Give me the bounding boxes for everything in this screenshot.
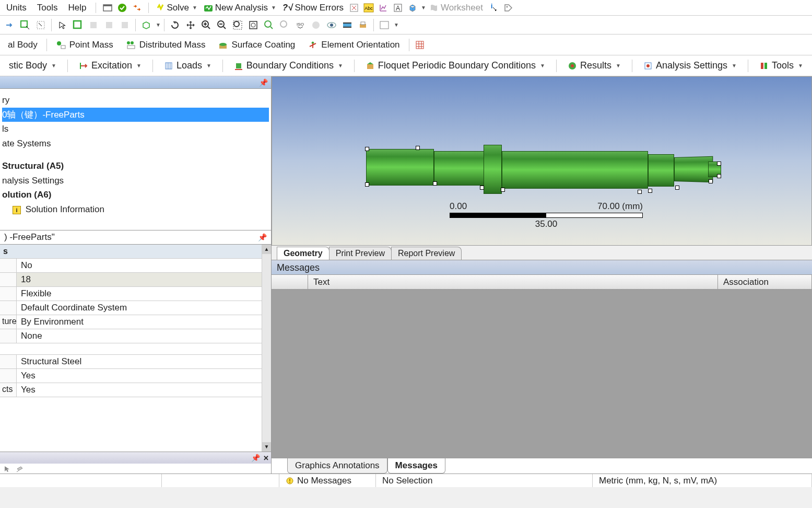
abc-icon[interactable]: Abc — [361, 1, 376, 15]
point-mass-button[interactable]: Point Mass — [50, 37, 119, 53]
svg-rect-42 — [416, 41, 423, 49]
tree-item[interactable]: ry — [2, 93, 269, 108]
3d-viewport[interactable]: 0.00 70.00 (mm) 35.00 — [272, 76, 812, 246]
chevron-down-icon[interactable]: ▼ — [421, 5, 426, 10]
cube-icon[interactable] — [405, 1, 420, 15]
pointer-icon[interactable] — [55, 18, 69, 32]
pin-icon[interactable]: 📌 — [251, 454, 260, 462]
prop-row[interactable]: Structural Steel — [0, 355, 271, 369]
bc-dropdown[interactable]: Boundary Conditions ▼ — [227, 56, 350, 75]
tree-item-solution-info[interactable]: i Solution Information — [2, 202, 269, 217]
tag-icon[interactable] — [501, 1, 515, 15]
results-dropdown[interactable]: Results ▼ — [561, 56, 628, 75]
tree-item[interactable]: ls — [2, 122, 269, 136]
arrows-icon[interactable] — [130, 1, 144, 15]
film-icon[interactable] — [340, 18, 355, 32]
prop-row[interactable]: tureBy Environment — [0, 315, 271, 329]
tree-item-solution[interactable]: olution (A6) — [2, 188, 269, 202]
arrow-icon[interactable] — [2, 18, 17, 32]
point-mass-label: Point Mass — [69, 40, 113, 50]
dist-mass-button[interactable]: Distributed Mass — [120, 37, 211, 53]
svg-rect-30 — [343, 22, 351, 24]
messages-body[interactable] — [272, 290, 812, 458]
prop-row[interactable]: None — [0, 329, 271, 343]
pan-icon[interactable] — [183, 18, 198, 32]
cursor-icon[interactable] — [3, 465, 10, 472]
tool-icon-1[interactable] — [347, 1, 361, 15]
elem-orient-button[interactable]: Element Orientation — [302, 37, 405, 53]
window-icon[interactable] — [100, 1, 115, 15]
menu-units[interactable]: Units — [1, 1, 32, 15]
prop-row[interactable]: 18 — [0, 273, 271, 287]
chart-icon[interactable] — [376, 1, 391, 15]
new-analysis-button[interactable]: New Analysis ▼ — [201, 2, 279, 14]
tab-geometry[interactable]: Geometry — [277, 247, 329, 260]
iso-icon[interactable]: ISO — [293, 18, 308, 32]
tree-item-structural[interactable]: Structural (A5) — [2, 159, 269, 174]
surface-coating-button[interactable]: Surface Coating — [212, 37, 301, 53]
pin-icon[interactable]: 📌 — [258, 233, 267, 241]
scroll-down-icon[interactable]: ▼ — [262, 442, 271, 452]
tab-graphics-annotations[interactable]: Graphics Annotations — [287, 458, 387, 474]
tab-messages[interactable]: Messages — [387, 458, 445, 474]
analysis-settings-dropdown[interactable]: Analysis Settings ▼ — [637, 56, 744, 75]
tree-item[interactable]: nalysis Settings — [2, 174, 269, 188]
menu-tools[interactable]: Tools — [32, 1, 63, 15]
tab-print-preview[interactable]: Print Preview — [329, 247, 392, 260]
tree-item-selected[interactable]: 0轴（键）-FreeParts — [2, 108, 269, 122]
check-icon[interactable] — [115, 1, 130, 15]
svg-point-10 — [506, 6, 508, 7]
select-body-icon[interactable] — [70, 18, 85, 32]
chevron-down-icon[interactable]: ▼ — [156, 22, 161, 28]
loads-dropdown[interactable]: Loads ▼ — [157, 56, 218, 75]
chevron-down-icon[interactable]: ▼ — [394, 22, 399, 28]
body-dropdown[interactable]: stic Body ▼ — [2, 56, 63, 75]
rotate-icon[interactable] — [168, 18, 182, 32]
body-button[interactable]: al Body — [2, 37, 43, 53]
shaft-model[interactable] — [366, 144, 721, 196]
zoom-box-icon[interactable] — [246, 18, 261, 32]
msg-col-blank[interactable] — [272, 275, 308, 289]
solve-button[interactable]: Solve ▼ — [153, 2, 200, 14]
chevron-down-icon: ▼ — [540, 63, 545, 68]
tools-dropdown[interactable]: Tools ▼ — [752, 56, 810, 75]
prop-row[interactable]: Flexible — [0, 287, 271, 301]
scroll-up-icon[interactable]: ▲ — [262, 245, 271, 254]
text-a-icon[interactable]: A — [391, 1, 405, 15]
eye-icon[interactable] — [324, 18, 339, 32]
menu-help[interactable]: Help — [63, 1, 91, 15]
pushpin-tool-icon[interactable] — [16, 465, 24, 472]
prop-row[interactable]: ctsYes — [0, 383, 271, 397]
info-cursor-icon[interactable]: i — [486, 1, 501, 15]
zoom-fit-icon[interactable] — [230, 18, 245, 32]
prop-row[interactable]: Yes — [0, 369, 271, 383]
excitation-dropdown[interactable]: Excitation ▼ — [72, 56, 148, 75]
print-icon[interactable] — [356, 18, 370, 32]
window-layout-icon[interactable] — [377, 18, 392, 32]
zoom-out-icon[interactable] — [215, 18, 229, 32]
left-panel: 📌 ry 0轴（键）-FreeParts ls ate Systems Stru… — [0, 76, 272, 474]
scrollbar[interactable]: ▲ ▼ — [262, 245, 271, 452]
tree-item[interactable]: ate Systems — [2, 136, 269, 151]
scale-mid: 35.00 — [450, 219, 643, 229]
table-icon[interactable] — [413, 38, 427, 52]
msg-col-text[interactable]: Text — [308, 275, 718, 289]
msg-col-assoc[interactable]: Association — [718, 275, 812, 289]
zoom-icon[interactable] — [262, 18, 276, 32]
tab-report-preview[interactable]: Report Preview — [391, 247, 462, 260]
prop-group[interactable]: s — [0, 245, 271, 259]
pin-icon[interactable]: 📌 — [259, 78, 268, 87]
select-cursor-icon[interactable] — [18, 18, 32, 32]
floquet-dropdown[interactable]: Floquet Periodic Boundary Conditions ▼ — [359, 56, 552, 75]
select-box-icon[interactable] — [33, 18, 48, 32]
isometric-icon[interactable] — [139, 18, 154, 32]
svg-rect-16 — [122, 22, 128, 28]
zoom-in-icon[interactable] — [199, 18, 214, 32]
show-errors-button[interactable]: ?√ Show Errors — [279, 2, 347, 14]
prop-row[interactable]: No — [0, 259, 271, 273]
close-icon[interactable]: ✕ — [263, 454, 269, 462]
outline-tree[interactable]: ry 0轴（键）-FreeParts ls ate Systems Struct… — [0, 89, 271, 230]
surface-coating-label: Surface Coating — [231, 40, 295, 50]
chevron-down-icon: ▼ — [51, 63, 56, 68]
prop-row[interactable]: Default Coordinate System — [0, 301, 271, 315]
